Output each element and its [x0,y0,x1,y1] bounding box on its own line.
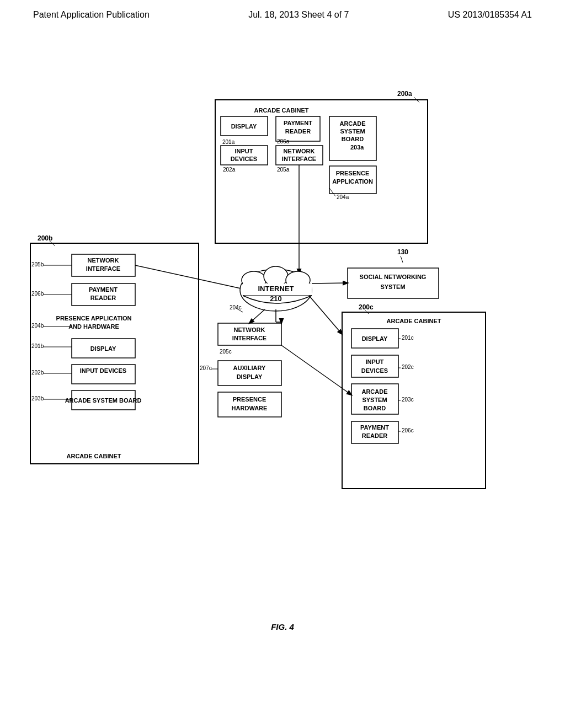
svg-text:DISPLAY: DISPLAY [231,123,257,130]
svg-rect-84 [351,384,398,414]
svg-text:DISPLAY: DISPLAY [237,373,263,380]
svg-rect-99 [218,323,281,345]
svg-text:HARDWARE: HARDWARE [232,405,268,411]
svg-text:PRESENCE: PRESENCE [336,170,370,176]
header-center: Jul. 18, 2013 Sheet 4 of 7 [248,10,349,20]
header-right: US 2013/0185354 A1 [448,10,532,20]
svg-line-32 [50,241,55,246]
svg-line-70 [401,256,403,263]
svg-text:130: 130 [397,248,408,256]
svg-text:INPUT: INPUT [235,148,253,154]
svg-text:ARCADE SYSTEM BOARD: ARCADE SYSTEM BOARD [65,397,142,404]
svg-text:INTERFACE: INTERFACE [232,335,266,341]
svg-rect-75 [342,312,486,489]
svg-text:PRESENCE APPLICATION: PRESENCE APPLICATION [56,315,132,322]
svg-text:NETWORK: NETWORK [284,148,315,154]
svg-text:DEVICES: DEVICES [231,156,257,162]
svg-point-61 [240,269,312,311]
svg-text:200a: 200a [397,90,412,98]
svg-rect-37 [72,283,135,306]
svg-text:INPUT: INPUT [366,358,384,365]
svg-rect-108 [218,392,281,417]
svg-line-28 [329,188,335,196]
svg-text:PRESENCE: PRESENCE [233,396,266,403]
svg-text:PAYMENT: PAYMENT [360,424,389,431]
svg-text:AUXILIARY: AUXILIARY [233,365,266,371]
svg-text:ARCADE CABINET: ARCADE CABINET [67,453,121,459]
svg-text:206a: 206a [277,138,290,144]
svg-rect-14 [329,166,376,194]
svg-text:SYSTEM: SYSTEM [380,283,405,290]
svg-text:207c: 207c [200,365,212,371]
svg-text:BOARD: BOARD [364,405,386,411]
svg-text:DISPLAY: DISPLAY [90,345,116,352]
svg-text:203b: 203b [31,395,44,402]
svg-text:201b: 201b [31,343,44,349]
svg-line-60 [135,265,248,290]
svg-text:ARCADE CABINET: ARCADE CABINET [254,107,309,114]
svg-text:ARCADE CABINET: ARCADE CABINET [387,318,441,324]
svg-text:INTERFACE: INTERFACE [86,265,120,272]
svg-rect-4 [221,116,268,136]
svg-line-115 [281,345,351,395]
header-left: Patent Application Publication [33,10,150,20]
svg-rect-17 [221,146,268,165]
svg-rect-20 [276,146,323,165]
svg-text:202c: 202c [402,364,414,370]
svg-rect-9 [329,116,376,160]
svg-text:200c: 200c [359,303,374,311]
svg-point-63 [264,266,288,286]
svg-text:PAYMENT: PAYMENT [284,120,312,126]
svg-text:DISPLAY: DISPLAY [362,335,388,342]
svg-text:203c: 203c [402,397,414,403]
svg-text:201c: 201c [402,335,414,341]
svg-text:203a: 203a [350,144,364,151]
svg-rect-0 [215,100,428,243]
svg-text:ARCADE: ARCADE [339,120,365,127]
svg-rect-34 [72,254,135,276]
svg-text:SOCIAL NETWORKING: SOCIAL NETWORKING [360,274,427,280]
svg-point-62 [242,271,266,289]
svg-text:NETWORK: NETWORK [234,326,265,333]
svg-text:202a: 202a [223,167,236,173]
svg-text:206b: 206b [31,291,44,297]
svg-text:SYSTEM: SYSTEM [340,128,365,135]
svg-text:NETWORK: NETWORK [88,257,119,264]
svg-rect-6 [276,116,320,141]
svg-rect-42 [72,339,135,358]
diagram-container: 200a ARCADE CABINET DISPLAY PAYMENT READ… [0,25,565,676]
svg-text:READER: READER [285,128,311,135]
svg-text:204c: 204c [230,304,242,311]
svg-text:210: 210 [270,295,282,303]
svg-text:205c: 205c [220,349,232,355]
svg-text:200b: 200b [38,234,52,242]
svg-text:READER: READER [90,295,116,301]
svg-text:INTERFACE: INTERFACE [282,156,316,162]
svg-text:206c: 206c [402,427,414,433]
svg-text:201a: 201a [222,139,235,145]
svg-line-116 [309,296,342,334]
svg-text:INPUT DEVICES: INPUT DEVICES [80,367,126,374]
svg-rect-44 [72,365,135,384]
svg-text:202b: 202b [31,370,44,376]
svg-rect-79 [351,329,398,348]
svg-text:205a: 205a [277,167,290,173]
svg-text:AND HARDWARE: AND HARDWARE [68,323,119,330]
figure-caption: FIG. 4 [271,622,294,631]
svg-text:APPLICATION: APPLICATION [332,178,373,185]
svg-text:204b: 204b [31,323,44,329]
svg-line-74 [312,283,348,283]
svg-text:204a: 204a [337,194,349,200]
svg-text:PAYMENT: PAYMENT [89,286,118,293]
svg-rect-71 [348,268,439,298]
svg-text:SYSTEM: SYSTEM [362,397,387,403]
svg-text:INTERNET: INTERNET [258,285,294,293]
svg-line-118 [236,308,243,312]
svg-text:205b: 205b [31,261,44,267]
svg-line-77 [365,311,369,314]
svg-text:ARCADE: ARCADE [361,388,387,395]
svg-rect-65 [243,283,312,296]
svg-text:READER: READER [362,432,388,439]
svg-text:BOARD: BOARD [342,136,364,142]
page-header: Patent Application Publication Jul. 18, … [0,0,565,25]
